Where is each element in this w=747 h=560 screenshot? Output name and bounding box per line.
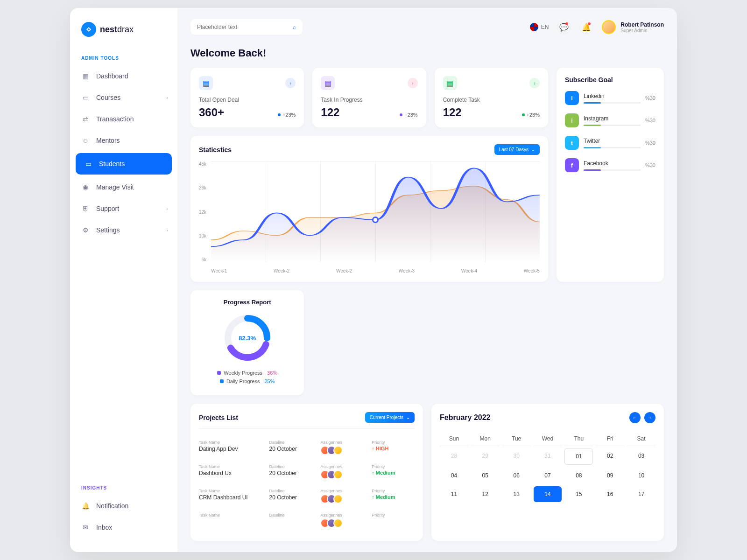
y-tick: 26k (199, 185, 206, 190)
calendar-day[interactable]: 17 (627, 486, 655, 502)
calendar-day[interactable]: 28 (440, 448, 468, 465)
calendar-day[interactable]: 30 (502, 448, 531, 465)
stat-icon: ▤ (199, 76, 213, 90)
nav-icon: ▭ (84, 160, 92, 168)
nav-icon: ☺ (81, 136, 90, 145)
project-row[interactable]: Task Name Dateline Assigennes Priority (199, 508, 415, 532)
stat-change: +23% (278, 112, 296, 118)
nav-icon: ⛨ (81, 204, 90, 213)
sidebar-item-label: Mentors (96, 137, 120, 144)
subscribe-item-linkedin: l Linkedin %30 (565, 91, 655, 105)
calendar-day[interactable]: 05 (471, 468, 500, 483)
calendar-day[interactable]: 03 (627, 448, 655, 465)
progress-report-card: Progress Report 82.3% Weekly Progress36%… (190, 290, 304, 395)
calendar-day[interactable]: 07 (534, 468, 562, 483)
subscribe-name: Twitter (584, 138, 641, 144)
subscribe-percent: %30 (645, 162, 655, 168)
flag-icon (530, 23, 538, 31)
search-input[interactable] (197, 24, 293, 30)
calendar-day[interactable]: 16 (596, 486, 624, 502)
nav-icon: ▭ (81, 93, 90, 102)
calendar-day[interactable]: 14 (534, 486, 562, 502)
user-menu[interactable]: Robert Patinson Super Admin (602, 20, 664, 34)
projects-filter-label: Current Projects (370, 415, 403, 420)
avatar (602, 20, 616, 34)
stat-arrow-button[interactable]: › (285, 78, 296, 88)
subscribe-name: Facebook (584, 160, 641, 167)
sidebar-item-label: Manage Visit (96, 183, 134, 191)
calendar-day[interactable]: 15 (564, 486, 593, 502)
stat-arrow-button[interactable]: › (408, 78, 418, 88)
project-row[interactable]: Task NameDating App Dev Dateline20 Octob… (199, 435, 415, 460)
sidebar-item-label: Tranasaction (96, 115, 134, 123)
progress-center-value: 82.3% (222, 312, 273, 364)
statistics-card: Staticstics Last 07 Dasys ⌄ 45k26k12k10k… (190, 136, 548, 282)
sidebar-item-students[interactable]: ▭Students (76, 153, 172, 175)
calendar-day[interactable]: 31 (534, 448, 562, 465)
progress-title: Progress Report (199, 299, 296, 306)
calendar-dayhead: Tue (502, 432, 531, 446)
stat-icon: ▤ (443, 76, 457, 90)
calendar-day[interactable]: 01 (564, 448, 593, 465)
search-box[interactable]: ⌕ (190, 19, 303, 35)
nav-icon: ✉ (81, 523, 90, 532)
subscribe-item-twitter: t Twitter %30 (565, 136, 655, 150)
chevron-down-icon: ⌄ (406, 415, 410, 420)
project-row[interactable]: Task NameDashbord Ux Dateline20 October … (199, 460, 415, 484)
topbar: ⌕ EN 💬 🔔 Robert Patinson Super Admin (190, 19, 664, 35)
stat-value: 360+ (199, 106, 224, 119)
social-icon: l (565, 91, 579, 105)
calendar-day[interactable]: 11 (440, 486, 468, 502)
subscribe-name: Linkedin (584, 93, 641, 99)
sidebar-item-label: Students (99, 160, 125, 168)
sidebar-item-mentors[interactable]: ☺Mentors (70, 130, 177, 151)
sidebar-item-label: Dashboard (96, 72, 128, 80)
notifications-button[interactable]: 🔔 (579, 20, 593, 34)
sidebar-item-tranasaction[interactable]: ⇄Tranasaction (70, 108, 177, 130)
calendar-day[interactable]: 04 (440, 468, 468, 483)
messages-button[interactable]: 💬 (557, 20, 571, 34)
subscribe-title: Subscribe Goal (565, 76, 655, 84)
stat-value: 122 (321, 106, 339, 119)
calendar-day[interactable]: 02 (596, 448, 624, 465)
statistics-chart: 45k26k12k10k6k Week-1Week-2Week-2Week-3W… (199, 161, 540, 273)
calendar-day[interactable]: 13 (502, 486, 531, 502)
calendar-day[interactable]: 08 (564, 468, 593, 483)
sidebar: nestdrax ADMIN TOOLS ▦Dashboard▭Courses›… (70, 8, 177, 552)
period-label: Last 07 Dasys (499, 147, 529, 152)
x-tick: Week-4 (461, 268, 477, 273)
projects-filter-dropdown[interactable]: Current Projects ⌄ (365, 412, 415, 423)
sidebar-item-notification[interactable]: 🔔Notification (70, 495, 177, 517)
period-dropdown[interactable]: Last 07 Dasys ⌄ (494, 144, 540, 155)
user-role: Super Admin (620, 28, 664, 33)
sidebar-item-support[interactable]: ⛨Support› (70, 198, 177, 219)
calendar-next-button[interactable]: → (644, 412, 655, 423)
calendar-day[interactable]: 09 (596, 468, 624, 483)
brand-logo[interactable]: nestdrax (70, 22, 177, 51)
projects-title: Projects List (199, 414, 238, 421)
calendar-day[interactable]: 29 (471, 448, 500, 465)
sidebar-item-courses[interactable]: ▭Courses› (70, 87, 177, 108)
calendar-prev-button[interactable]: ← (629, 412, 641, 423)
sidebar-item-label: Courses (96, 94, 120, 101)
subscribe-goal-card: Subscribe Goal l Linkedin %30 i Instagra… (557, 68, 664, 282)
calendar-day[interactable]: 10 (627, 468, 655, 483)
nav-icon: 🔔 (81, 502, 90, 510)
brand-name: nestdrax (100, 25, 134, 35)
sidebar-item-manage-visit[interactable]: ◉Manage Visit (70, 176, 177, 198)
social-icon: i (565, 113, 579, 127)
language-switch[interactable]: EN (530, 23, 549, 31)
project-row[interactable]: Task NameCRM Dashboard UI Dateline20 Oct… (199, 484, 415, 508)
stat-arrow-button[interactable]: › (529, 78, 540, 88)
calendar-dayhead: Mon (471, 432, 500, 446)
calendar-dayhead: Fri (596, 432, 624, 446)
sidebar-section-insights: INSIGHTS (70, 481, 177, 495)
sidebar-item-inbox[interactable]: ✉Inbox (70, 517, 177, 538)
calendar-day[interactable]: 06 (502, 468, 531, 483)
sidebar-item-dashboard[interactable]: ▦Dashboard (70, 65, 177, 87)
stat-card-complete-task: ▤ › Complete Task 122 +23% (435, 68, 548, 127)
y-tick: 12k (199, 210, 206, 215)
calendar-day[interactable]: 12 (471, 486, 500, 502)
chart-highlight-point (372, 217, 379, 223)
sidebar-item-settings[interactable]: ⚙Settings› (70, 219, 177, 241)
